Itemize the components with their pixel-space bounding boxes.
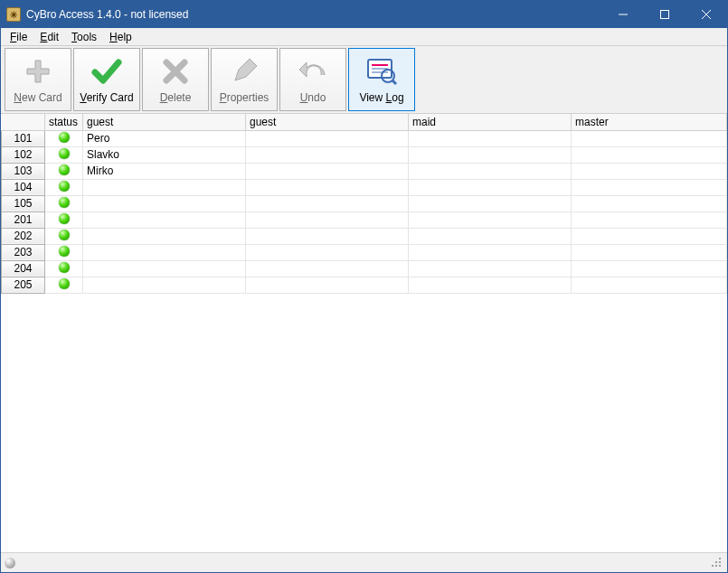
master-cell[interactable]: [572, 195, 727, 211]
status-cell[interactable]: [45, 228, 83, 244]
row-header[interactable]: 101: [2, 130, 45, 146]
maid-cell[interactable]: [409, 277, 572, 293]
delete-button[interactable]: Delete: [142, 48, 209, 111]
close-button[interactable]: [685, 1, 727, 28]
svg-line-9: [392, 80, 396, 84]
maid-cell[interactable]: [409, 130, 572, 146]
master-cell[interactable]: [572, 179, 727, 195]
table-row[interactable]: 101Pero: [2, 130, 727, 146]
status-cell[interactable]: [45, 260, 83, 277]
master-cell[interactable]: [572, 277, 727, 293]
menu-help[interactable]: Help: [104, 30, 137, 44]
log-icon: [365, 55, 398, 88]
menu-tools[interactable]: Tools: [66, 30, 102, 44]
status-cell[interactable]: [45, 163, 83, 179]
table-row[interactable]: 204: [2, 260, 727, 277]
undo-button[interactable]: Undo: [279, 48, 346, 111]
menu-edit[interactable]: Edit: [34, 30, 64, 44]
maid-cell[interactable]: [409, 244, 572, 260]
view-log-button[interactable]: View Log: [348, 48, 415, 111]
minimize-button[interactable]: [602, 1, 644, 28]
verify-card-button[interactable]: Verify Card: [73, 48, 140, 111]
maid-cell[interactable]: [409, 260, 572, 277]
column-header-row: status guest guest maid master: [2, 114, 727, 130]
guest2-cell[interactable]: [246, 260, 409, 277]
status-dot-icon: [59, 213, 70, 224]
row-header[interactable]: 104: [2, 179, 45, 195]
status-dot-icon: [59, 197, 70, 208]
col-master[interactable]: master: [572, 114, 727, 130]
col-guest2[interactable]: guest: [246, 114, 409, 130]
status-cell[interactable]: [45, 130, 83, 146]
guest-cell[interactable]: [83, 195, 246, 211]
master-cell[interactable]: [572, 211, 727, 228]
guest-cell[interactable]: [83, 277, 246, 293]
guest-cell[interactable]: [83, 244, 246, 260]
col-guest1[interactable]: guest: [83, 114, 246, 130]
guest-cell[interactable]: Mirko: [83, 163, 246, 179]
table-row[interactable]: 102Slavko: [2, 146, 727, 163]
row-header[interactable]: 203: [2, 244, 45, 260]
table-row[interactable]: 104: [2, 179, 727, 195]
status-cell[interactable]: [45, 211, 83, 228]
status-cell[interactable]: [45, 146, 83, 163]
status-cell[interactable]: [45, 195, 83, 211]
table-row[interactable]: 105: [2, 195, 727, 211]
maid-cell[interactable]: [409, 195, 572, 211]
guest2-cell[interactable]: [246, 179, 409, 195]
maid-cell[interactable]: [409, 146, 572, 163]
guest-cell[interactable]: Slavko: [83, 146, 246, 163]
master-cell[interactable]: [572, 260, 727, 277]
row-header[interactable]: 102: [2, 146, 45, 163]
maid-cell[interactable]: [409, 228, 572, 244]
menu-file[interactable]: File: [5, 30, 33, 44]
row-header[interactable]: 103: [2, 163, 45, 179]
resize-grip-icon[interactable]: [711, 557, 723, 569]
guest-cell[interactable]: [83, 211, 246, 228]
row-header[interactable]: 202: [2, 228, 45, 244]
maximize-button[interactable]: [644, 1, 685, 28]
master-cell[interactable]: [572, 244, 727, 260]
guest2-cell[interactable]: [246, 277, 409, 293]
table-row[interactable]: 103Mirko: [2, 163, 727, 179]
table-row[interactable]: 201: [2, 211, 727, 228]
maid-cell[interactable]: [409, 211, 572, 228]
guest2-cell[interactable]: [246, 195, 409, 211]
minimize-icon: [619, 10, 628, 19]
guest-cell[interactable]: Pero: [83, 130, 246, 146]
table-row[interactable]: 202: [2, 228, 727, 244]
status-cell[interactable]: [45, 277, 83, 293]
row-header[interactable]: 105: [2, 195, 45, 211]
guest-cell[interactable]: [83, 260, 246, 277]
table-row[interactable]: 203: [2, 244, 727, 260]
master-cell[interactable]: [572, 228, 727, 244]
guest2-cell[interactable]: [246, 130, 409, 146]
row-header[interactable]: 201: [2, 211, 45, 228]
properties-button[interactable]: Properties: [211, 48, 278, 111]
row-header[interactable]: 205: [2, 277, 45, 293]
guest2-cell[interactable]: [246, 244, 409, 260]
new-card-button[interactable]: New Card: [5, 48, 71, 111]
data-grid[interactable]: status guest guest maid master 101Pero10…: [1, 114, 727, 552]
master-cell[interactable]: [572, 146, 727, 163]
guest-cell[interactable]: [83, 228, 246, 244]
table-row[interactable]: 205: [2, 277, 727, 293]
maid-cell[interactable]: [409, 163, 572, 179]
title-bar: ✳ CyBro Access 1.4.0 - not licensed: [1, 1, 727, 28]
row-header[interactable]: 204: [2, 260, 45, 277]
guest2-cell[interactable]: [246, 146, 409, 163]
status-bar: [1, 552, 727, 572]
col-status[interactable]: status: [45, 114, 83, 130]
status-cell[interactable]: [45, 179, 83, 195]
guest-cell[interactable]: [83, 179, 246, 195]
guest2-cell[interactable]: [246, 228, 409, 244]
col-maid[interactable]: maid: [409, 114, 572, 130]
col-rowhdr[interactable]: [2, 114, 45, 130]
status-cell[interactable]: [45, 244, 83, 260]
master-cell[interactable]: [572, 163, 727, 179]
plus-icon: [22, 55, 54, 88]
guest2-cell[interactable]: [246, 211, 409, 228]
maid-cell[interactable]: [409, 179, 572, 195]
guest2-cell[interactable]: [246, 163, 409, 179]
master-cell[interactable]: [572, 130, 727, 146]
